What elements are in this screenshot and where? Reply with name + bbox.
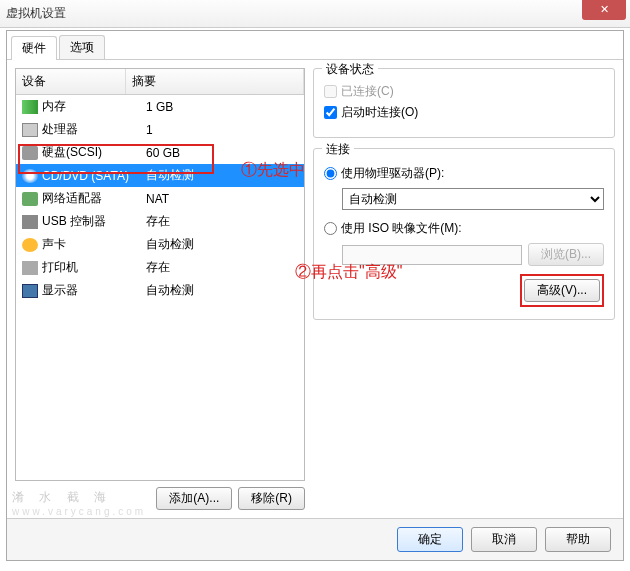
device-summary: NAT xyxy=(146,192,298,206)
tab-hardware[interactable]: 硬件 xyxy=(11,36,57,60)
device-icon xyxy=(22,123,38,137)
device-name: USB 控制器 xyxy=(42,213,146,230)
title-bar: 虚拟机设置 xyxy=(0,0,630,28)
connection-group: 连接 使用物理驱动器(P): 自动检测 使用 ISO 映像文件(M): 浏览(B xyxy=(313,148,615,320)
window-title: 虚拟机设置 xyxy=(6,5,66,22)
dialog-frame: 硬件 选项 设备 摘要 内存1 GB处理器1硬盘(SCSI)60 GBCD/DV… xyxy=(6,30,624,561)
device-icon xyxy=(22,100,38,114)
browse-button: 浏览(B)... xyxy=(528,243,604,266)
device-name: 显示器 xyxy=(42,282,146,299)
device-icon xyxy=(22,146,38,160)
cancel-button[interactable]: 取消 xyxy=(471,527,537,552)
device-name: 硬盘(SCSI) xyxy=(42,144,146,161)
hardware-panel: 设备 摘要 内存1 GB处理器1硬盘(SCSI)60 GBCD/DVD (SAT… xyxy=(15,68,305,510)
device-summary: 自动检测 xyxy=(146,236,298,253)
annotation-text-2: ②再点击"高级" xyxy=(295,262,402,283)
device-summary: 1 xyxy=(146,123,298,137)
device-row[interactable]: 处理器1 xyxy=(16,118,304,141)
physical-drive-select[interactable]: 自动检测 xyxy=(342,188,604,210)
iso-label[interactable]: 使用 ISO 映像文件(M): xyxy=(341,220,462,237)
watermark: 淆 水 截 海 www.varycang.com xyxy=(12,483,146,517)
tab-options[interactable]: 选项 xyxy=(59,35,105,59)
device-status-group: 设备状态 已连接(C) 启动时连接(O) xyxy=(313,68,615,138)
connected-label: 已连接(C) xyxy=(341,83,394,100)
device-icon xyxy=(22,238,38,252)
device-row[interactable]: 网络适配器NAT xyxy=(16,187,304,210)
settings-panel: 设备状态 已连接(C) 启动时连接(O) 连接 使用物理驱动器(P): xyxy=(313,68,615,510)
dialog-footer: 确定 取消 帮助 xyxy=(7,518,623,560)
physical-drive-radio[interactable] xyxy=(324,167,337,180)
remove-button[interactable]: 移除(R) xyxy=(238,487,305,510)
column-summary[interactable]: 摘要 xyxy=(126,69,304,94)
connect-poweron-checkbox[interactable] xyxy=(324,106,337,119)
device-name: CD/DVD (SATA) xyxy=(42,169,146,183)
connect-poweron-label[interactable]: 启动时连接(O) xyxy=(341,104,418,121)
device-summary: 自动检测 xyxy=(146,282,298,299)
device-icon xyxy=(22,169,38,183)
device-icon xyxy=(22,261,38,275)
annotation-box-2: 高级(V)... xyxy=(520,274,604,307)
connection-title: 连接 xyxy=(322,141,354,158)
ok-button[interactable]: 确定 xyxy=(397,527,463,552)
device-name: 内存 xyxy=(42,98,146,115)
device-name: 网络适配器 xyxy=(42,190,146,207)
column-device[interactable]: 设备 xyxy=(16,69,126,94)
device-name: 处理器 xyxy=(42,121,146,138)
close-icon[interactable] xyxy=(582,0,626,20)
device-icon xyxy=(22,192,38,206)
device-row[interactable]: 声卡自动检测 xyxy=(16,233,304,256)
iso-radio[interactable] xyxy=(324,222,337,235)
add-button[interactable]: 添加(A)... xyxy=(156,487,232,510)
device-status-title: 设备状态 xyxy=(322,61,378,78)
connected-checkbox xyxy=(324,85,337,98)
device-name: 声卡 xyxy=(42,236,146,253)
tab-strip: 硬件 选项 xyxy=(7,31,623,60)
device-row[interactable]: 打印机存在 xyxy=(16,256,304,279)
advanced-button[interactable]: 高级(V)... xyxy=(524,279,600,302)
annotation-text-1: ①先选中 xyxy=(241,160,305,181)
device-summary: 60 GB xyxy=(146,146,298,160)
device-list: 设备 摘要 内存1 GB处理器1硬盘(SCSI)60 GBCD/DVD (SAT… xyxy=(15,68,305,481)
device-summary: 存在 xyxy=(146,259,298,276)
device-summary: 1 GB xyxy=(146,100,298,114)
device-list-header: 设备 摘要 xyxy=(16,69,304,95)
device-summary: 存在 xyxy=(146,213,298,230)
device-icon xyxy=(22,284,38,298)
help-button[interactable]: 帮助 xyxy=(545,527,611,552)
device-row[interactable]: USB 控制器存在 xyxy=(16,210,304,233)
physical-drive-label[interactable]: 使用物理驱动器(P): xyxy=(341,165,444,182)
device-name: 打印机 xyxy=(42,259,146,276)
device-row[interactable]: 显示器自动检测 xyxy=(16,279,304,302)
device-icon xyxy=(22,215,38,229)
device-row[interactable]: 内存1 GB xyxy=(16,95,304,118)
